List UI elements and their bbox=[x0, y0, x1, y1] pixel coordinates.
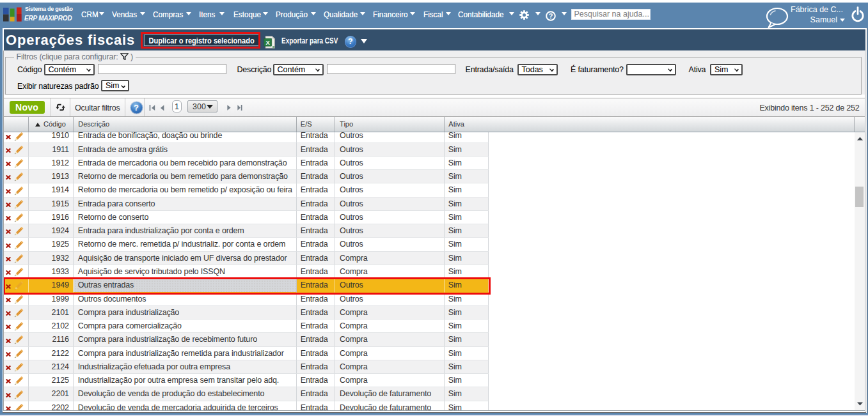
svg-text:?: ? bbox=[549, 12, 553, 20]
svg-text:X: X bbox=[266, 39, 271, 46]
